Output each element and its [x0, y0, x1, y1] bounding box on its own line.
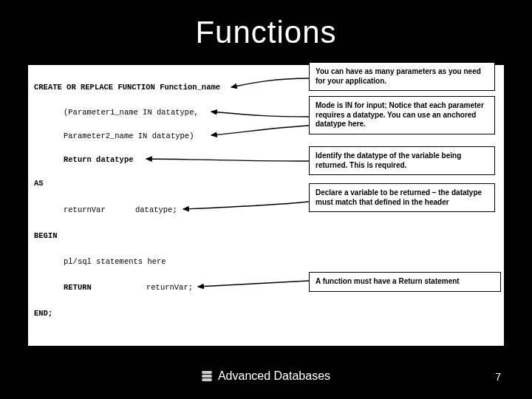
callout-return-stmt: A function must have a Return statement [309, 272, 501, 292]
code-line-begin: BEGIN [34, 231, 58, 240]
code-line-end: END; [34, 309, 52, 318]
code-line-param2: Parameter2_name IN datatype) [64, 132, 194, 140]
code-line-return-type: Return datatype [64, 155, 134, 164]
footer: Advanced Databases [0, 369, 532, 383]
code-line-param1: (Parameter1_name IN datatype, [64, 108, 199, 117]
footer-text: Advanced Databases [218, 369, 330, 383]
code-line-returnvar-type: datatype; [135, 205, 177, 214]
code-line-return: RETURN [64, 283, 92, 292]
database-icon [202, 371, 212, 381]
slide-title: Functions [0, 15, 532, 50]
code-line-return-var: returnVar; [146, 283, 193, 292]
callout-declare: Declare a variable to be returned – the … [309, 183, 495, 212]
callout-mode: Mode is IN for input; Notice that each p… [309, 96, 495, 134]
code-line-statements: pl/sql statements here [64, 257, 166, 266]
callout-return-type: Identify the datatype of the variable be… [309, 146, 495, 175]
content-panel: CREATE OR REPLACE FUNCTION Function_name… [28, 65, 504, 346]
page-number: 7 [495, 371, 501, 383]
slide: Functions CREATE OR REPLACE FUNCTION Fun… [0, 0, 532, 399]
code-line-returnvar: returnVar [64, 205, 106, 214]
code-line-create: CREATE OR REPLACE FUNCTION Function_name [34, 83, 220, 92]
callout-parameters: You can have as many parameters as you n… [309, 62, 495, 91]
code-line-as: AS [34, 179, 44, 188]
